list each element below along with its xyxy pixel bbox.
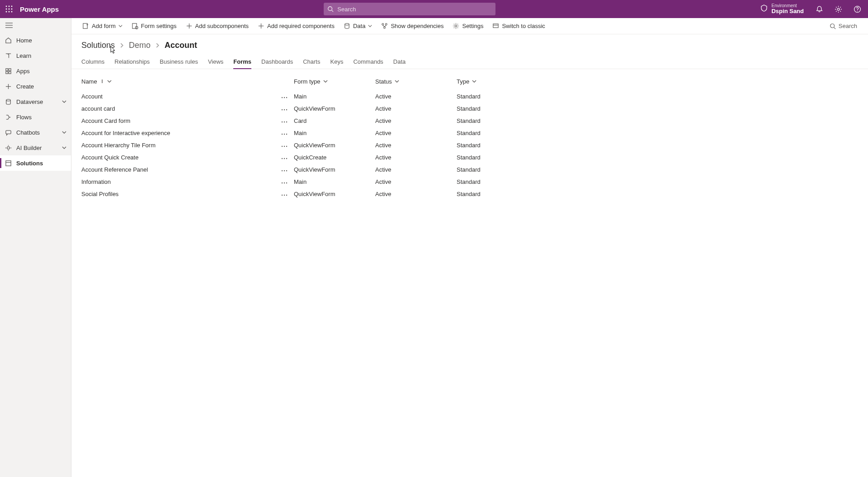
- nav-home-label: Home: [16, 37, 32, 44]
- nav-chatbots[interactable]: Chatbots: [0, 125, 71, 140]
- brand-title[interactable]: Power Apps: [20, 5, 59, 13]
- forms-grid: Name Form type Status Type: [71, 69, 868, 200]
- table-row[interactable]: Account Reference Panel QuickViewForm Ac…: [81, 164, 858, 176]
- cell-form-type: QuickViewForm: [294, 142, 375, 149]
- svg-point-51: [286, 109, 287, 110]
- cell-type: Standard: [457, 117, 538, 124]
- col-name[interactable]: Name: [81, 78, 280, 85]
- row-more-button[interactable]: [280, 130, 294, 136]
- row-more-button[interactable]: [280, 142, 294, 149]
- col-type[interactable]: Type: [457, 78, 538, 85]
- cmdbar-search-label: Search: [839, 23, 857, 29]
- cell-form-type: Card: [294, 117, 375, 124]
- table-row[interactable]: Account Main Active Standard: [81, 90, 858, 103]
- svg-point-68: [284, 182, 285, 183]
- cmd-settings[interactable]: Settings: [449, 19, 487, 33]
- col-status[interactable]: Status: [375, 78, 457, 85]
- svg-point-55: [282, 134, 283, 135]
- table-row[interactable]: Account Card form Card Active Standard: [81, 115, 858, 127]
- apps-icon: [5, 67, 12, 75]
- breadcrumb-demo[interactable]: Demo: [129, 41, 151, 50]
- tab-charts[interactable]: Charts: [303, 56, 320, 69]
- tab-data[interactable]: Data: [393, 56, 406, 69]
- row-more-button[interactable]: [280, 191, 294, 197]
- col-form-type[interactable]: Form type: [294, 78, 375, 85]
- tab-commands[interactable]: Commands: [353, 56, 383, 69]
- col-type-label: Type: [457, 78, 469, 85]
- nav-apps[interactable]: Apps: [0, 63, 71, 79]
- settings-button[interactable]: [829, 0, 847, 18]
- table-row[interactable]: Account Quick Create QuickCreate Active …: [81, 151, 858, 164]
- more-icon: [281, 145, 288, 147]
- cell-status: Active: [375, 93, 457, 100]
- chevron-down-icon: [107, 78, 112, 85]
- nav-home[interactable]: Home: [0, 33, 71, 48]
- row-more-button[interactable]: [280, 117, 294, 124]
- collapse-nav-button[interactable]: [0, 18, 71, 33]
- tab-views[interactable]: Views: [208, 56, 223, 69]
- plus-icon: [258, 23, 264, 29]
- table-row[interactable]: Social Profiles QuickViewForm Active Sta…: [81, 188, 858, 200]
- search-icon: [327, 6, 334, 12]
- cmd-show-dependencies[interactable]: Show dependencies: [377, 19, 447, 33]
- nav-learn[interactable]: Learn: [0, 48, 71, 63]
- chevron-down-icon: [62, 145, 66, 151]
- tab-business-rules[interactable]: Business rules: [160, 56, 198, 69]
- tab-relationships[interactable]: Relationships: [114, 56, 150, 69]
- svg-point-52: [282, 122, 283, 122]
- more-icon: [281, 170, 288, 172]
- chevron-right-icon: [119, 42, 124, 50]
- side-nav: Home Learn Apps Create Dataverse Flows C…: [0, 18, 71, 477]
- tab-forms[interactable]: Forms: [233, 56, 251, 69]
- solutions-icon: [5, 159, 12, 167]
- table-row[interactable]: Account for Interactive experience Main …: [81, 127, 858, 139]
- tab-columns[interactable]: Columns: [81, 56, 104, 69]
- table-row[interactable]: Information Main Active Standard: [81, 176, 858, 188]
- help-button[interactable]: [848, 0, 866, 18]
- svg-rect-24: [5, 130, 10, 134]
- environment-picker[interactable]: Environment Dspin Sand: [760, 3, 804, 14]
- row-more-button[interactable]: [280, 105, 294, 112]
- svg-point-2: [11, 6, 13, 7]
- col-form-type-label: Form type: [294, 78, 321, 85]
- nav-dataverse[interactable]: Dataverse: [0, 94, 71, 109]
- environment-name: Dspin Sand: [771, 8, 804, 14]
- svg-point-58: [282, 146, 283, 147]
- cmd-form-settings[interactable]: Form settings: [128, 19, 180, 33]
- row-more-button[interactable]: [280, 93, 294, 100]
- tab-keys[interactable]: Keys: [330, 56, 343, 69]
- entity-tabs: Columns Relationships Business rules Vie…: [71, 52, 868, 69]
- cmd-switch-classic[interactable]: Switch to classic: [489, 19, 548, 33]
- svg-line-10: [332, 10, 334, 12]
- row-more-button[interactable]: [280, 154, 294, 161]
- tab-dashboards[interactable]: Dashboards: [261, 56, 293, 69]
- cmd-add-subcomponents[interactable]: Add subcomponents: [182, 19, 253, 33]
- cmdbar-search[interactable]: Search: [826, 23, 861, 29]
- cell-form-type: QuickViewForm: [294, 166, 375, 173]
- cell-type: Standard: [457, 105, 538, 112]
- nav-aibuilder[interactable]: AI Builder: [0, 140, 71, 155]
- nav-solutions[interactable]: Solutions: [0, 155, 71, 171]
- svg-rect-28: [83, 23, 87, 28]
- cmd-data[interactable]: Data: [340, 19, 376, 33]
- cmd-add-form[interactable]: Add form: [79, 19, 126, 33]
- row-more-button[interactable]: [280, 166, 294, 173]
- row-more-button[interactable]: [280, 178, 294, 185]
- cmd-settings-label: Settings: [462, 23, 483, 29]
- nav-create[interactable]: Create: [0, 79, 71, 94]
- nav-flows-label: Flows: [16, 114, 32, 121]
- table-row[interactable]: account card QuickViewForm Active Standa…: [81, 103, 858, 115]
- cmd-add-required[interactable]: Add required components: [254, 19, 338, 33]
- app-launcher-button[interactable]: [0, 0, 18, 18]
- more-icon: [281, 109, 288, 111]
- svg-point-46: [282, 97, 283, 98]
- nav-flows[interactable]: Flows: [0, 109, 71, 125]
- learn-icon: [5, 52, 12, 59]
- cell-type: Standard: [457, 166, 538, 173]
- notifications-button[interactable]: [810, 0, 828, 18]
- table-row[interactable]: Account Hierarchy Tile Form QuickViewFor…: [81, 139, 858, 151]
- cell-status: Active: [375, 130, 457, 136]
- breadcrumb-solutions[interactable]: Solutions: [81, 41, 115, 50]
- global-search-input[interactable]: Search: [324, 3, 495, 15]
- waffle-icon: [5, 5, 13, 13]
